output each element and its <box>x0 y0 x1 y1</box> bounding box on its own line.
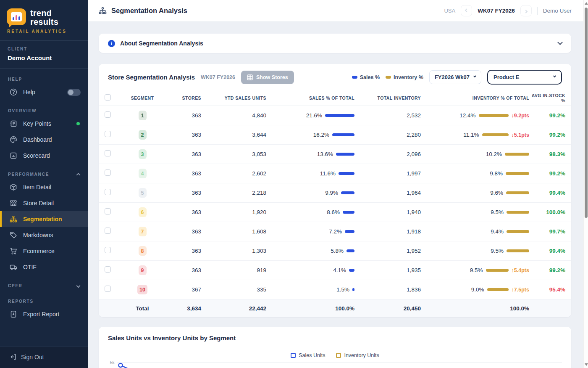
legend-sales-units[interactable]: Sales Units <box>291 352 325 358</box>
total-sales-pct: 100.0% <box>266 305 354 312</box>
scroll-up-arrow[interactable] <box>585 2 588 5</box>
previous-week-button[interactable] <box>461 5 472 16</box>
sales-pct-bar <box>332 133 354 136</box>
segment-badge: 6 <box>139 207 147 217</box>
sidebar-item-item-detail[interactable]: Item Detail <box>0 179 88 195</box>
segment-badge: 1 <box>139 111 147 120</box>
scrollbar-thumb[interactable] <box>585 8 588 218</box>
cpfr-section-label[interactable]: CPFR <box>0 275 88 291</box>
sales-pct-bar <box>346 249 354 252</box>
sign-out-label: Sign Out <box>21 354 44 360</box>
next-week-button[interactable] <box>520 5 532 16</box>
help-toggle[interactable] <box>67 89 81 96</box>
row-checkbox[interactable] <box>105 228 111 234</box>
inventory-pct-cell: 9.5% <box>421 248 529 254</box>
row-checkbox[interactable] <box>105 189 111 195</box>
product-select[interactable]: Product E <box>487 70 562 85</box>
legend-sales-pct[interactable]: Sales % <box>352 74 380 80</box>
logo[interactable]: trendresults <box>0 0 88 26</box>
row-checkbox[interactable] <box>105 208 111 214</box>
avg-instock-value: 99.4% <box>529 248 565 254</box>
inventory-pct-value: 9.8% <box>490 170 503 177</box>
inventory-pct-bar <box>487 288 509 291</box>
about-accordion[interactable]: i About Segmentation Analysis <box>99 34 571 53</box>
sidebar: trendresults RETAIL ANALYTICS CLIENT Dem… <box>0 0 88 368</box>
page-scrollbar[interactable] <box>583 0 588 368</box>
sidebar-item-label: Key Points <box>23 120 51 127</box>
row-checkbox[interactable] <box>105 169 111 176</box>
sidebar-item-segmentation[interactable]: Segmentation <box>0 211 88 227</box>
sidebar-item-export-report[interactable]: Export Report <box>0 306 88 322</box>
row-checkbox[interactable] <box>105 150 111 156</box>
total-inventory-value: 2,532 <box>354 112 421 119</box>
chart-line-0 <box>121 365 517 368</box>
legend-inventory-pct[interactable]: Inventory % <box>386 74 423 80</box>
inventory-pct-cell: 9.6% <box>421 190 529 196</box>
column-header: SALES % OF TOTAL <box>266 95 354 101</box>
sidebar-item-scorecard[interactable]: Scorecard <box>0 148 88 164</box>
sidebar-item-label: Export Report <box>23 311 59 318</box>
column-header: AVG IN-STOCK % <box>529 93 565 103</box>
sidebar-item-store-detail[interactable]: Store Detail <box>0 195 88 211</box>
select-all-checkbox[interactable] <box>105 94 111 101</box>
segment-badge: 9 <box>139 265 147 275</box>
legend-inventory-units[interactable]: Inventory Units <box>336 352 379 358</box>
inventory-pct-cell: 9.0%↑7.5pts <box>421 286 529 293</box>
stores-value: 363 <box>163 267 201 273</box>
chevron-right-icon <box>524 10 528 13</box>
sales-pct-cell: 5.8% <box>266 248 354 254</box>
sign-out-button[interactable]: Sign Out <box>0 347 88 368</box>
sales-pct-value: 11.6% <box>320 170 336 177</box>
sidebar-item-dashboard[interactable]: Dashboard <box>0 132 88 148</box>
divider <box>537 7 538 15</box>
ytd-sales-value: 2,218 <box>201 190 266 196</box>
inventory-pct-value: 9.6% <box>490 190 503 196</box>
avg-instock-value: 99.2% <box>529 170 565 177</box>
row-checkbox[interactable] <box>105 131 111 137</box>
segment-badge: 5 <box>139 188 147 198</box>
table-total-row: Total 3,634 22,442 100.0% 20,450 100.0% <box>99 299 571 317</box>
avg-instock-value: 99.4% <box>529 190 565 196</box>
sidebar-item-label: Store Detail <box>23 200 54 207</box>
grid-icon <box>247 74 253 80</box>
stores-value: 363 <box>163 170 201 177</box>
tag-icon <box>10 231 17 239</box>
sales-pct-cell: 13.6% <box>266 151 354 157</box>
sign-out-icon <box>9 353 16 360</box>
table-title: Store Segmentation Analysis <box>108 74 195 81</box>
sidebar-item-label: Dashboard <box>23 136 52 143</box>
table-row: 3 363 3,053 13.6% 2,096 10.2% 98.3% <box>99 145 571 164</box>
sidebar-item-markdowns[interactable]: Markdowns <box>0 227 88 243</box>
row-checkbox[interactable] <box>105 111 111 118</box>
performance-section-label[interactable]: PERFORMANCE <box>0 164 88 179</box>
chevron-up-icon <box>76 173 81 177</box>
scroll-down-arrow[interactable] <box>585 363 588 366</box>
chevron-down-icon <box>473 74 476 77</box>
row-checkbox[interactable] <box>105 266 111 273</box>
notes-icon <box>10 120 17 127</box>
ytd-sales-value: 1,608 <box>201 228 266 235</box>
week-select[interactable]: FY2026 Wk07 <box>429 70 481 84</box>
ytd-sales-value: 2,602 <box>201 170 266 177</box>
user-name: Demo User <box>543 8 572 14</box>
show-stores-button[interactable]: Show Stores <box>241 71 294 84</box>
segmentation-icon <box>10 215 17 223</box>
total-inventory-value: 1,918 <box>354 228 421 235</box>
sales-pct-value: 8.6% <box>327 209 340 215</box>
sidebar-item-help[interactable]: Help <box>0 84 88 100</box>
inventory-pct-bar <box>507 249 529 252</box>
app-window: trendresults RETAIL ANALYTICS CLIENT Dem… <box>0 0 588 368</box>
page-title: Segmentation Analysis <box>99 7 187 15</box>
inventory-pts-change: ↑5.4pts <box>512 267 529 273</box>
stores-value: 363 <box>163 248 201 254</box>
sidebar-item-key-points[interactable]: Key Points <box>0 116 88 132</box>
chart-marker <box>119 363 123 367</box>
sidebar-item-label: Scorecard <box>23 152 50 159</box>
sales-pct-bar <box>339 172 354 175</box>
sidebar-item-otif[interactable]: OTIF <box>0 259 88 275</box>
sidebar-item-ecommerce[interactable]: Ecommerce <box>0 243 88 259</box>
chevron-down-icon[interactable] <box>557 40 563 45</box>
row-checkbox[interactable] <box>105 247 111 253</box>
store-icon <box>10 199 17 207</box>
row-checkbox[interactable] <box>105 286 111 292</box>
